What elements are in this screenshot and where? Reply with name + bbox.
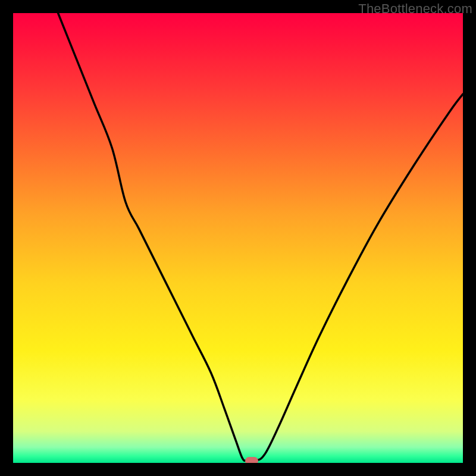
optimum-marker xyxy=(245,457,258,463)
plot-svg xyxy=(13,13,463,463)
chart-container: TheBottleneck.com xyxy=(0,0,476,476)
gradient-background xyxy=(13,13,463,463)
plot-area xyxy=(13,13,463,463)
